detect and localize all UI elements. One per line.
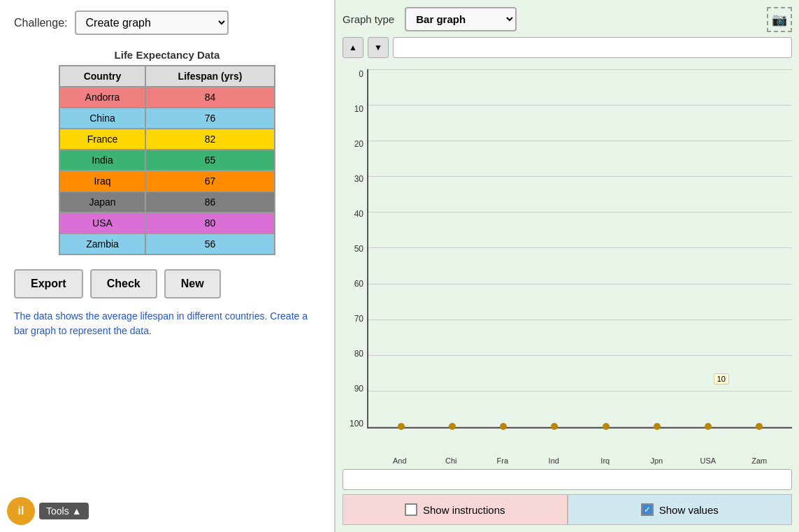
y-axis-label: 10 bbox=[354, 104, 363, 114]
chart-area: 1009080706050403020100 10 AndChiFraIndIr… bbox=[343, 62, 792, 494]
y-axis-label: 60 bbox=[354, 279, 363, 289]
table-cell-country: Iraq bbox=[59, 171, 145, 192]
table-cell-country: France bbox=[59, 129, 145, 150]
tools-label[interactable]: Tools ▲ bbox=[39, 503, 89, 519]
bar-dot bbox=[756, 423, 763, 430]
bar-dot bbox=[603, 423, 610, 430]
col-header-country: Country bbox=[59, 66, 145, 87]
bottom-input bbox=[343, 469, 792, 490]
table-cell-country: China bbox=[59, 108, 145, 129]
y-axis-label: 70 bbox=[354, 314, 363, 324]
challenge-select[interactable]: Create graph bbox=[75, 10, 229, 35]
footer-buttons: Show instructions ✓ Show values bbox=[343, 494, 792, 525]
y-axis-label: 100 bbox=[350, 419, 363, 429]
tools-logo: il bbox=[7, 497, 35, 525]
y-axis-label: 90 bbox=[354, 384, 363, 394]
table-cell-country: Zambia bbox=[59, 233, 145, 254]
buttons-row: Export Check New bbox=[14, 269, 320, 299]
values-checkbox[interactable]: ✓ bbox=[641, 503, 654, 516]
show-instructions-button[interactable]: Show instructions bbox=[343, 494, 568, 525]
table-cell-value: 76 bbox=[145, 108, 275, 129]
camera-icon-container: 📷 bbox=[767, 7, 792, 32]
x-axis-label: USA bbox=[695, 456, 721, 465]
x-axis-label: Chi bbox=[438, 456, 464, 465]
instructions-checkbox[interactable] bbox=[405, 503, 417, 516]
tooltip: 10 bbox=[714, 373, 729, 384]
table-cell-value: 82 bbox=[145, 129, 275, 150]
graph-type-label: Graph type bbox=[343, 13, 394, 25]
x-axis-label: Jpn bbox=[643, 456, 670, 465]
table-cell-value: 80 bbox=[145, 213, 275, 233]
y-axis-label: 0 bbox=[359, 69, 363, 79]
right-panel: 📷 Graph type Bar graph ▲ ▼ 1009080706050… bbox=[336, 0, 799, 532]
challenge-row: Challenge: Create graph bbox=[14, 10, 320, 35]
bar-dot bbox=[705, 423, 712, 430]
check-button[interactable]: Check bbox=[90, 269, 157, 299]
tools-bar: il Tools ▲ bbox=[7, 497, 89, 525]
y-axis-label: 20 bbox=[354, 139, 363, 149]
x-axis-label: Ind bbox=[540, 456, 567, 465]
table-cell-value: 65 bbox=[145, 150, 275, 171]
new-button[interactable]: New bbox=[164, 269, 221, 299]
graph-title-input[interactable] bbox=[393, 37, 792, 58]
y-axis-labels: 1009080706050403020100 bbox=[343, 62, 367, 456]
bar-dot bbox=[654, 423, 661, 430]
data-table-title: Life Expectancy Data bbox=[115, 49, 220, 61]
show-instructions-label: Show instructions bbox=[423, 504, 505, 516]
arrow-up-button[interactable]: ▲ bbox=[343, 37, 363, 58]
graph-controls: ▲ ▼ bbox=[343, 37, 792, 58]
bar-dot bbox=[500, 423, 507, 430]
bar-dot bbox=[449, 423, 456, 430]
data-table: Country Lifespan (yrs) Andorra84China76F… bbox=[59, 65, 275, 255]
description-text: The data shows the average lifespan in d… bbox=[14, 309, 308, 338]
table-cell-value: 56 bbox=[145, 233, 275, 254]
export-button[interactable]: Export bbox=[14, 269, 83, 299]
data-table-container: Life Expectancy Data Country Lifespan (y… bbox=[14, 49, 320, 255]
x-axis-labels: AndChiFraIndIrqJpnUSAZam bbox=[367, 456, 792, 465]
chart-canvas-wrapper: 1009080706050403020100 10 bbox=[343, 62, 792, 456]
x-axis-title-input[interactable] bbox=[343, 469, 792, 490]
x-axis-label: Fra bbox=[489, 456, 516, 465]
chart-plot[interactable]: 10 bbox=[367, 69, 792, 429]
y-axis-label: 50 bbox=[354, 244, 363, 254]
y-axis-label: 40 bbox=[354, 209, 363, 219]
table-cell-value: 86 bbox=[145, 192, 275, 213]
col-header-lifespan: Lifespan (yrs) bbox=[145, 66, 275, 87]
bar-dot bbox=[551, 423, 558, 430]
graph-type-select[interactable]: Bar graph bbox=[405, 7, 517, 31]
left-panel: Challenge: Create graph Life Expectancy … bbox=[0, 0, 336, 532]
table-cell-value: 67 bbox=[145, 171, 275, 192]
table-cell-country: India bbox=[59, 150, 145, 171]
x-axis-label: Irq bbox=[592, 456, 619, 465]
bar-dot bbox=[398, 423, 405, 430]
table-cell-country: Andorra bbox=[59, 87, 145, 108]
graph-header: Graph type Bar graph bbox=[343, 7, 792, 31]
show-values-label: Show values bbox=[659, 504, 719, 516]
y-axis-label: 30 bbox=[354, 174, 363, 184]
x-axis-label: Zam bbox=[746, 456, 772, 465]
y-axis-label: 80 bbox=[354, 349, 363, 359]
table-cell-value: 84 bbox=[145, 87, 275, 108]
show-values-button[interactable]: ✓ Show values bbox=[568, 494, 793, 525]
challenge-label: Challenge: bbox=[14, 17, 68, 29]
x-axis-label: And bbox=[387, 456, 413, 465]
camera-button[interactable]: 📷 bbox=[767, 7, 792, 32]
arrow-down-button[interactable]: ▼ bbox=[368, 37, 389, 58]
table-cell-country: Japan bbox=[59, 192, 145, 213]
table-cell-country: USA bbox=[59, 213, 145, 233]
